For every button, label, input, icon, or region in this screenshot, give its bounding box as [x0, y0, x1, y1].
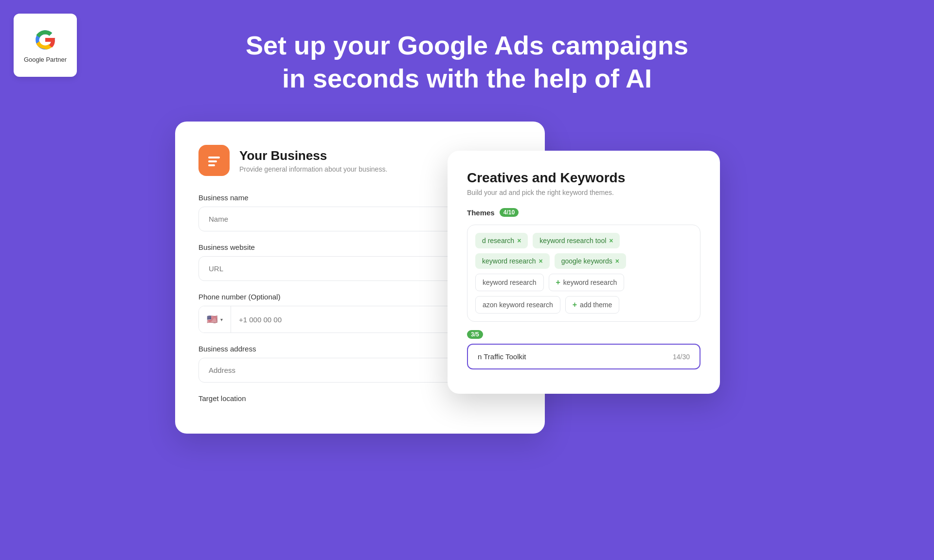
theme-tag-google-keywords[interactable]: google keywords × [555, 253, 626, 269]
traffic-toolkit-row[interactable]: n Traffic Toolkit 14/30 [467, 344, 700, 369]
theme-tag-d-research[interactable]: d research × [475, 233, 528, 248]
business-icon [198, 145, 230, 176]
themes-header: Themes 4/10 [467, 208, 700, 217]
location-label: Target location [198, 394, 521, 402]
theme-tag-add-kw-1[interactable]: + keyword research [549, 274, 625, 291]
counter-badge: 3/5 [467, 330, 483, 339]
svg-rect-2 [208, 164, 215, 166]
theme-tag-keyword-research-tool[interactable]: keyword research tool × [533, 233, 620, 248]
card-subtitle: Provide general information about your b… [239, 165, 387, 173]
location-group: Target location [198, 394, 521, 402]
svg-rect-0 [208, 157, 220, 158]
toolkit-name: n Traffic Toolkit [478, 352, 526, 361]
remove-tag-icon[interactable]: × [517, 237, 521, 245]
themes-row-4: azon keyword research + add theme [475, 296, 692, 314]
chevron-down-icon: ▾ [220, 317, 223, 322]
us-flag-icon: 🇺🇸 [207, 314, 217, 325]
toolkit-count: 14/30 [673, 353, 690, 361]
counter-section: 3/5 [467, 330, 700, 344]
hero-section: Set up your Google Ads campaigns in seco… [0, 0, 934, 95]
theme-tag-kw-outline-1[interactable]: keyword research [475, 274, 544, 291]
keywords-card: Creatives and Keywords Build your ad and… [448, 151, 720, 394]
theme-tag-amazon-kw[interactable]: azon keyword research [475, 296, 560, 314]
phone-country-selector[interactable]: 🇺🇸 ▾ [199, 306, 231, 332]
plus-icon: + [556, 278, 560, 287]
plus-icon: + [573, 300, 577, 309]
themes-row-3: keyword research + keyword research [475, 274, 692, 291]
hero-title: Set up your Google Ads campaigns in seco… [0, 29, 934, 95]
remove-tag-icon[interactable]: × [615, 257, 619, 265]
add-theme-button[interactable]: + add theme [565, 296, 620, 314]
remove-tag-icon[interactable]: × [609, 237, 613, 245]
themes-row-1: d research × keyword research tool × [475, 233, 692, 248]
themes-row-2: keyword research × google keywords × [475, 253, 692, 269]
card-header-text: Your Business Provide general informatio… [239, 148, 387, 173]
themes-label: Themes [467, 209, 495, 217]
business-form-icon [206, 153, 222, 168]
remove-tag-icon[interactable]: × [539, 257, 543, 265]
card-title: Your Business [239, 148, 387, 163]
themes-grid: d research × keyword research tool × key… [467, 225, 700, 322]
kw-card-title: Creatives and Keywords [467, 170, 700, 186]
cards-container: Your Business Provide general informatio… [175, 122, 759, 434]
svg-rect-1 [208, 160, 217, 162]
themes-count-badge: 4/10 [500, 208, 519, 217]
theme-tag-keyword-research[interactable]: keyword research × [475, 253, 550, 269]
kw-card-subtitle: Build your ad and pick the right keyword… [467, 189, 700, 196]
